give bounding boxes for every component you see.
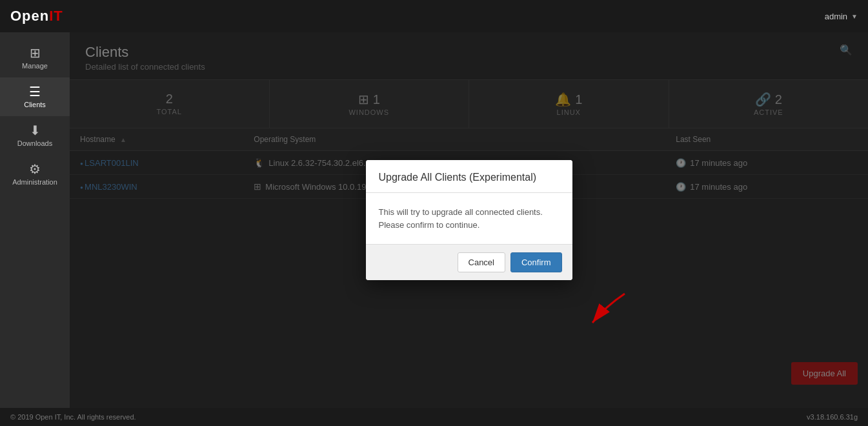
arrow-annotation (580, 287, 631, 335)
sidebar: ⊞ Manage ☰ Clients ⬇ Downloads ⚙ Adminis… (0, 32, 70, 408)
dialog-body: This will try to upgrade all connected c… (366, 193, 572, 244)
red-arrow-svg (580, 287, 631, 332)
chevron-down-icon: ▼ (851, 13, 858, 20)
logo-text: OpenIT (10, 8, 63, 25)
clients-icon: ☰ (29, 85, 41, 98)
footer: © 2019 Open IT, Inc. All rights reserved… (0, 408, 868, 426)
sidebar-manage-label: Manage (22, 62, 48, 70)
downloads-icon: ⬇ (30, 124, 41, 137)
content-area: Clients Detailed list of connected clien… (70, 32, 868, 408)
sidebar-item-administration[interactable]: ⚙ Administration (0, 155, 70, 194)
sidebar-item-downloads[interactable]: ⬇ Downloads (0, 116, 70, 155)
sidebar-administration-label: Administration (12, 178, 57, 186)
admin-label: admin (825, 12, 847, 21)
footer-copyright: © 2019 Open IT, Inc. All rights reserved… (10, 413, 136, 421)
dialog-footer: Cancel Confirm (366, 244, 572, 280)
administration-icon: ⚙ (29, 163, 41, 176)
header: OpenIT admin ▼ (0, 0, 868, 32)
dialog-title: Upgrade All Clients (Experimental) (379, 172, 560, 183)
logo-t: T (54, 8, 63, 24)
logo: OpenIT (10, 8, 63, 25)
footer-version: v3.18.160.6.31g (807, 413, 858, 421)
manage-icon: ⊞ (30, 46, 41, 59)
sidebar-item-clients[interactable]: ☰ Clients (0, 77, 70, 116)
dialog-header: Upgrade All Clients (Experimental) (366, 160, 572, 193)
cancel-button[interactable]: Cancel (458, 252, 505, 272)
confirm-button[interactable]: Confirm (510, 252, 562, 272)
main-layout: ⊞ Manage ☰ Clients ⬇ Downloads ⚙ Adminis… (0, 32, 868, 408)
dialog: Upgrade All Clients (Experimental) This … (366, 160, 572, 280)
modal-overlay: Upgrade All Clients (Experimental) This … (70, 32, 868, 408)
sidebar-clients-label: Clients (24, 101, 46, 108)
admin-menu[interactable]: admin ▼ (825, 12, 858, 21)
sidebar-item-manage[interactable]: ⊞ Manage (0, 39, 70, 77)
dialog-body-text: This will try to upgrade all connected c… (379, 207, 543, 230)
sidebar-downloads-label: Downloads (17, 139, 52, 147)
